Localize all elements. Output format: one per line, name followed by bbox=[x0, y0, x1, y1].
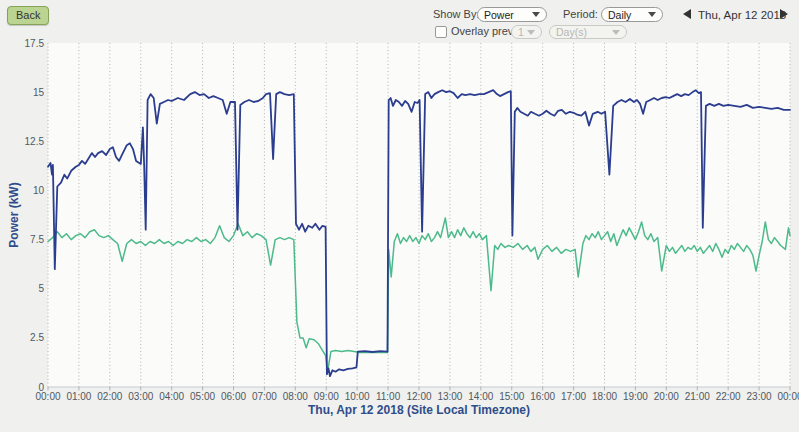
period-value: Daily bbox=[608, 9, 631, 21]
show-by-value: Power bbox=[484, 9, 514, 21]
overlay-unit-select: Day(s) bbox=[549, 25, 627, 39]
x-tick-label: 15:00 bbox=[499, 391, 524, 402]
show-by-label: Show By: bbox=[433, 7, 479, 22]
chevron-down-icon bbox=[648, 12, 656, 17]
x-tick-label: 05:00 bbox=[190, 391, 215, 402]
x-axis-title: Thu, Apr 12 2018 (Site Local Timezone) bbox=[48, 403, 790, 417]
x-axis-ticks bbox=[48, 387, 790, 391]
period-label: Period: bbox=[563, 7, 598, 22]
y-tick-label: 15 bbox=[33, 87, 45, 98]
current-date-label: Thu, Apr 12 2018 bbox=[698, 8, 786, 22]
x-tick-label: 21:00 bbox=[685, 391, 710, 402]
x-tick-label: 08:00 bbox=[283, 391, 308, 402]
x-tick-label: 07:00 bbox=[252, 391, 277, 402]
x-axis-labels: 00:0001:0002:0003:0004:0005:0006:0007:00… bbox=[35, 391, 799, 402]
x-tick-label: 19:00 bbox=[623, 391, 648, 402]
next-day-icon[interactable] bbox=[780, 9, 788, 19]
y-tick-label: 7.5 bbox=[30, 234, 44, 245]
overlay-unit-value: Day(s) bbox=[556, 26, 587, 38]
x-tick-label: 13:00 bbox=[437, 391, 462, 402]
y-tick-label: 2.5 bbox=[30, 332, 44, 343]
back-button[interactable]: Back bbox=[7, 6, 49, 25]
x-tick-label: 23:00 bbox=[747, 391, 772, 402]
x-tick-label: 09:00 bbox=[314, 391, 339, 402]
overlay-count-value: 1 bbox=[518, 26, 524, 38]
overlay-previous-checkbox[interactable] bbox=[435, 26, 447, 38]
chevron-down-icon bbox=[612, 30, 620, 35]
y-tick-label: 0 bbox=[38, 382, 44, 393]
y-tick-label: 10 bbox=[33, 185, 45, 196]
x-tick-label: 16:00 bbox=[530, 391, 555, 402]
chevron-down-icon bbox=[532, 12, 540, 17]
y-tick-label: 17.5 bbox=[25, 38, 45, 49]
overlay-count-select: 1 bbox=[511, 25, 542, 39]
x-tick-label: 18:00 bbox=[592, 391, 617, 402]
y-axis-title: Power (kW) bbox=[7, 182, 21, 247]
previous-day-icon[interactable] bbox=[683, 9, 691, 19]
power-monitor-app: 00:0001:0002:0003:0004:0005:0006:0007:00… bbox=[0, 0, 799, 432]
period-select[interactable]: Daily bbox=[601, 7, 663, 22]
x-tick-label: 01:00 bbox=[66, 391, 91, 402]
x-tick-label: 17:00 bbox=[561, 391, 586, 402]
show-by-select[interactable]: Power bbox=[477, 7, 547, 22]
x-tick-label: 00:00 bbox=[777, 391, 799, 402]
y-axis-labels: 02.557.51012.51517.5 bbox=[25, 38, 45, 393]
x-tick-label: 00:00 bbox=[35, 391, 60, 402]
x-tick-label: 11:00 bbox=[376, 391, 401, 402]
x-tick-label: 12:00 bbox=[406, 391, 431, 402]
x-tick-label: 03:00 bbox=[128, 391, 153, 402]
x-tick-label: 14:00 bbox=[468, 391, 493, 402]
y-tick-label: 12.5 bbox=[25, 136, 45, 147]
power-chart: 00:0001:0002:0003:0004:0005:0006:0007:00… bbox=[0, 0, 799, 432]
x-tick-label: 06:00 bbox=[221, 391, 246, 402]
x-tick-label: 10:00 bbox=[345, 391, 370, 402]
x-tick-label: 04:00 bbox=[159, 391, 184, 402]
y-tick-label: 5 bbox=[38, 283, 44, 294]
chevron-down-icon bbox=[527, 30, 535, 35]
x-tick-label: 20:00 bbox=[654, 391, 679, 402]
x-tick-label: 02:00 bbox=[97, 391, 122, 402]
x-tick-label: 22:00 bbox=[716, 391, 741, 402]
